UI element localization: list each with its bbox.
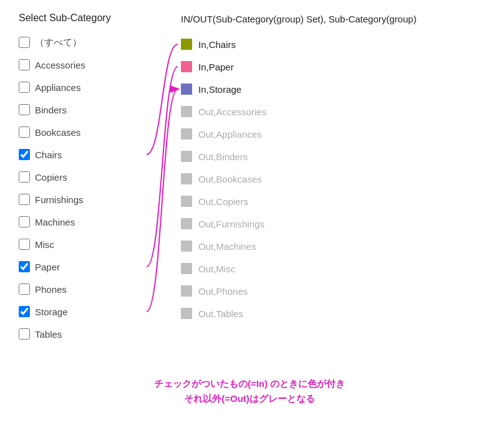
swatch-out-accessories [181,106,192,117]
set-label-out-furnishings: Out,Furnishings [198,219,264,229]
swatch-out-machines [181,241,192,252]
set-label-out-binders: Out,Binders [198,151,248,162]
set-item-out-appliances: Out,Appliances [181,123,417,145]
set-label-in-paper: In,Paper [198,62,234,72]
annotation-line1: チェックがついたもの(=In) のときに色が付き [6,376,493,391]
swatch-in-chairs [181,39,192,50]
set-label-in-chairs: In,Chairs [198,39,236,50]
checkbox-label-chairs[interactable]: Chairs [35,150,62,160]
checkbox-item-paper: Paper [19,255,143,278]
checkbox-storage[interactable] [19,306,30,317]
checkbox-phones[interactable] [19,284,30,295]
checkbox-accessories[interactable] [19,59,30,70]
set-item-out-phones: Out,Phones [181,280,417,302]
checkbox-item-furnishings: Furnishings [19,188,143,211]
set-item-out-tables: Out,Tables [181,302,417,325]
checkbox-item-all: （すべて） [19,31,143,54]
checkbox-misc[interactable] [19,239,30,250]
swatch-out-copiers [181,196,192,207]
set-item-in-storage: In,Storage [181,78,417,100]
checkbox-label-machines[interactable]: Machines [35,217,75,227]
checkbox-label-accessories[interactable]: Accessories [35,60,85,70]
right-column-title: IN/OUT(Sub-Category(group) Set), Sub-Cat… [181,12,417,26]
checkbox-furnishings[interactable] [19,194,30,205]
swatch-in-storage [181,83,192,95]
checkbox-copiers[interactable] [19,171,30,183]
checkbox-label-copiers[interactable]: Copiers [35,172,67,183]
swatch-out-phones [181,285,192,297]
checkbox-label-binders[interactable]: Binders [35,105,67,115]
checkbox-item-phones: Phones [19,278,143,300]
checkbox-binders[interactable] [19,104,30,115]
checkbox-item-chairs: Chairs [19,143,143,166]
checkbox-paper[interactable] [19,261,30,272]
swatch-in-paper [181,61,192,72]
checkbox-item-binders: Binders [19,98,143,121]
checkbox-label-all[interactable]: （すべて） [35,37,82,49]
set-label-out-bookcases: Out,Bookcases [198,174,262,184]
checkbox-item-tables: Tables [19,323,143,345]
set-item-out-binders: Out,Binders [181,145,417,168]
swatch-out-bookcases [181,173,192,184]
set-label-out-misc: Out,Misc [198,264,235,274]
checkbox-label-bookcases[interactable]: Bookcases [35,127,80,138]
checkbox-label-appliances[interactable]: Appliances [35,82,80,93]
swatch-out-binders [181,151,192,162]
main-container: Select Sub-Category （すべて）AccessoriesAppl… [0,0,499,358]
left-column-title: Select Sub-Category [19,12,143,24]
checkbox-item-copiers: Copiers [19,166,143,188]
set-label-in-storage: In,Storage [198,84,241,95]
set-label-out-appliances: Out,Appliances [198,129,262,140]
set-item-out-machines: Out,Machines [181,235,417,257]
swatch-out-appliances [181,128,192,140]
set-label-out-machines: Out,Machines [198,241,256,252]
left-column: Select Sub-Category （すべて）AccessoriesAppl… [19,12,143,345]
checkbox-label-furnishings[interactable]: Furnishings [35,194,84,205]
checkbox-list: （すべて）AccessoriesAppliancesBindersBookcas… [19,31,143,345]
set-item-out-furnishings: Out,Furnishings [181,212,417,235]
checkbox-label-phones[interactable]: Phones [35,284,67,295]
checkbox-item-storage: Storage [19,300,143,323]
swatch-out-misc [181,263,192,274]
checkbox-item-machines: Machines [19,211,143,233]
right-column: IN/OUT(Sub-Category(group) Set), Sub-Cat… [181,12,417,345]
checkbox-bookcases[interactable] [19,126,30,138]
set-label-out-phones: Out,Phones [198,286,248,297]
swatch-out-tables [181,308,192,319]
checkbox-label-storage[interactable]: Storage [35,307,68,317]
set-item-out-bookcases: Out,Bookcases [181,168,417,190]
checkbox-all[interactable] [19,37,30,48]
checkbox-chairs[interactable] [19,149,30,160]
set-item-in-paper: In,Paper [181,55,417,78]
checkbox-item-misc: Misc [19,233,143,255]
checkbox-label-misc[interactable]: Misc [35,239,54,250]
checkbox-label-tables[interactable]: Tables [35,329,62,340]
set-item-out-accessories: Out,Accessories [181,100,417,123]
set-label-out-tables: Out,Tables [198,308,243,319]
annotation: チェックがついたもの(=In) のときに色が付き それ以外(=Out)はグレーと… [0,370,499,412]
swatch-out-furnishings [181,218,192,229]
annotation-line2: それ以外(=Out)はグレーとなる [6,391,493,406]
set-label-out-copiers: Out,Copiers [198,196,248,207]
checkbox-label-paper[interactable]: Paper [35,262,60,272]
checkbox-appliances[interactable] [19,82,30,93]
checkbox-item-accessories: Accessories [19,54,143,76]
checkbox-machines[interactable] [19,216,30,227]
set-item-out-misc: Out,Misc [181,257,417,280]
set-item-out-copiers: Out,Copiers [181,190,417,212]
set-list: In,ChairsIn,PaperIn,StorageOut,Accessori… [181,33,417,325]
set-label-out-accessories: Out,Accessories [198,107,266,117]
set-item-in-chairs: In,Chairs [181,33,417,55]
checkbox-item-appliances: Appliances [19,76,143,98]
checkbox-tables[interactable] [19,328,30,340]
checkbox-item-bookcases: Bookcases [19,121,143,143]
